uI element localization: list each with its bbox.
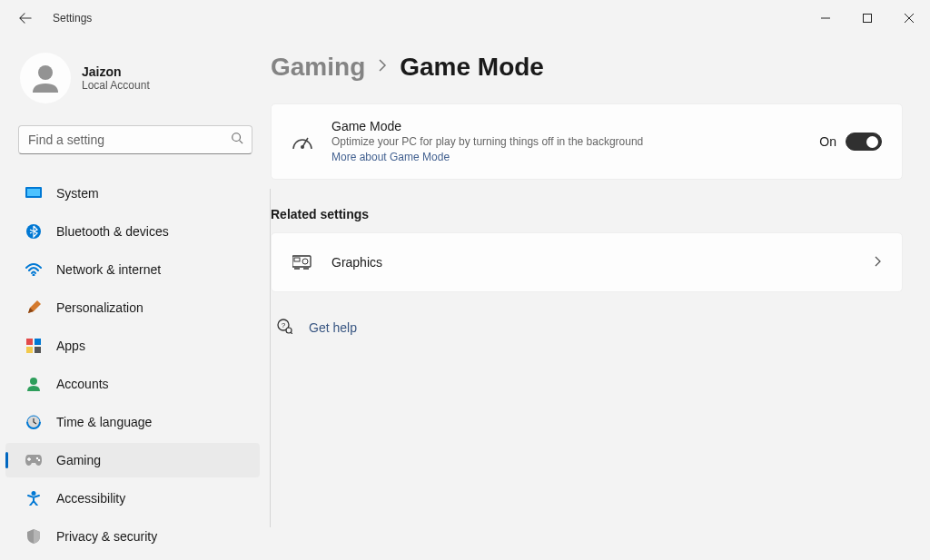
svg-point-6 <box>33 274 35 277</box>
search-box <box>18 125 252 154</box>
svg-rect-0 <box>864 15 872 23</box>
svg-point-15 <box>38 459 40 461</box>
sidebar-item-system[interactable]: System <box>5 176 260 211</box>
apps-icon <box>25 338 42 354</box>
close-icon <box>905 14 914 23</box>
get-help-link[interactable]: Get help <box>309 320 357 335</box>
avatar <box>20 53 71 103</box>
graphics-link-card[interactable]: Graphics <box>271 232 903 292</box>
related-heading: Related settings <box>271 207 903 221</box>
wifi-icon <box>25 261 42 278</box>
back-button[interactable] <box>16 9 35 27</box>
gamemode-description: Optimize your PC for play by turning thi… <box>331 135 801 148</box>
chevron-right-icon <box>875 254 882 270</box>
breadcrumb: Gaming Game Mode <box>271 53 903 82</box>
gamemode-toggle-group: On <box>819 133 882 151</box>
sidebar-item-personalization[interactable]: Personalization <box>5 290 260 325</box>
gamemode-toggle[interactable] <box>846 133 882 151</box>
sidebar-divider <box>270 189 271 527</box>
sidebar-item-label: System <box>56 186 99 201</box>
toggle-state-label: On <box>819 134 836 149</box>
sidebar-item-gaming[interactable]: Gaming <box>5 443 260 477</box>
search-icon <box>231 132 243 148</box>
svg-rect-4 <box>27 189 40 196</box>
minimize-icon <box>821 14 830 23</box>
minimize-button[interactable] <box>805 4 846 33</box>
user-section[interactable]: Jaizon Local Account <box>0 36 271 125</box>
shield-icon <box>25 528 42 545</box>
nav: System Bluetooth & devices Network & int… <box>0 176 271 560</box>
svg-rect-8 <box>35 339 41 345</box>
sidebar-item-apps[interactable]: Apps <box>5 329 260 363</box>
maximize-icon <box>863 14 872 23</box>
svg-rect-19 <box>294 258 300 261</box>
sidebar-item-accessibility[interactable]: Accessibility <box>5 481 260 516</box>
search-input[interactable] <box>18 125 252 154</box>
sidebar-item-bluetooth[interactable]: Bluetooth & devices <box>5 214 260 249</box>
svg-point-16 <box>32 491 36 496</box>
help-row: ? Get help <box>271 318 903 338</box>
sidebar-item-label: Personalization <box>56 300 143 315</box>
toggle-knob <box>866 136 878 148</box>
window-controls <box>805 4 930 33</box>
app-title: Settings <box>53 12 92 25</box>
sidebar-item-label: Accounts <box>56 377 109 391</box>
help-icon: ? <box>276 318 292 338</box>
svg-rect-10 <box>35 347 41 353</box>
sidebar-item-label: Network & internet <box>56 262 161 277</box>
time-icon <box>25 414 42 430</box>
back-arrow-icon <box>19 12 32 25</box>
svg-point-20 <box>302 259 308 264</box>
sidebar-item-label: Privacy & security <box>56 529 157 544</box>
svg-point-14 <box>36 457 38 459</box>
svg-rect-9 <box>26 347 33 353</box>
chevron-right-icon <box>378 59 387 75</box>
graphics-icon <box>292 251 313 273</box>
breadcrumb-parent[interactable]: Gaming <box>271 53 365 82</box>
page-title: Game Mode <box>400 53 544 82</box>
close-button[interactable] <box>888 4 930 33</box>
gamemode-card: Game Mode Optimize your PC for play by t… <box>271 103 903 180</box>
sidebar-item-network[interactable]: Network & internet <box>5 252 260 287</box>
gamemode-more-link[interactable]: More about Game Mode <box>331 151 450 163</box>
sidebar-item-accounts[interactable]: Accounts <box>5 367 260 401</box>
user-account-type: Local Account <box>82 79 150 92</box>
svg-point-2 <box>232 133 241 142</box>
gaming-icon <box>25 452 42 468</box>
sidebar-item-privacy[interactable]: Privacy & security <box>5 519 260 554</box>
sidebar-item-time[interactable]: Time & language <box>5 405 260 439</box>
svg-text:?: ? <box>282 321 286 329</box>
gamemode-title: Game Mode <box>331 119 801 133</box>
accessibility-icon <box>25 490 42 506</box>
sidebar-item-label: Time & language <box>56 415 152 429</box>
main-content: Gaming Game Mode Game Mode Optimize your… <box>271 36 930 560</box>
sidebar: Jaizon Local Account System Bluetooth & … <box>0 36 271 560</box>
gauge-icon <box>292 131 313 152</box>
bluetooth-icon <box>25 223 42 240</box>
maximize-button[interactable] <box>846 4 888 33</box>
account-icon <box>25 376 42 392</box>
sidebar-item-label: Gaming <box>56 453 101 467</box>
system-icon <box>25 185 42 201</box>
svg-rect-7 <box>26 339 33 345</box>
svg-point-17 <box>301 145 304 149</box>
sidebar-item-label: Apps <box>56 339 85 353</box>
sidebar-item-label: Accessibility <box>56 491 125 506</box>
svg-point-1 <box>38 65 53 80</box>
sidebar-item-label: Bluetooth & devices <box>56 224 169 239</box>
svg-point-11 <box>30 378 37 385</box>
user-name: Jaizon <box>82 64 150 79</box>
graphics-label: Graphics <box>331 255 856 270</box>
brush-icon <box>25 300 42 316</box>
avatar-icon <box>25 58 65 98</box>
